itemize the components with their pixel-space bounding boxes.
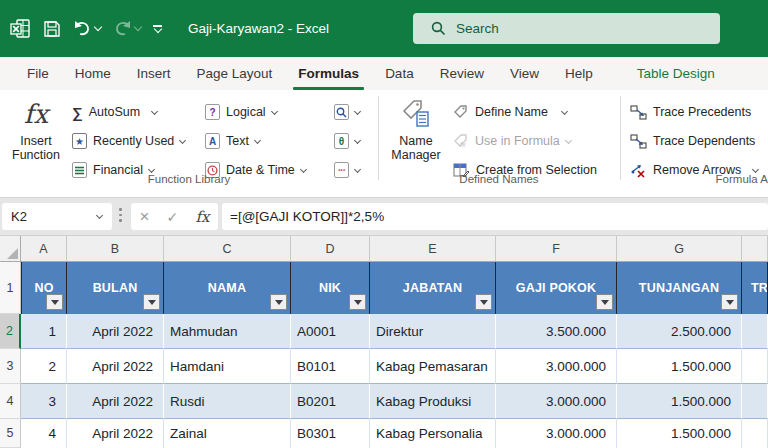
math-trig-icon: θ [334, 133, 349, 149]
cell-e2[interactable]: Direktur [370, 314, 496, 349]
math-trig-button[interactable]: θ [334, 128, 360, 154]
filter-button[interactable] [475, 294, 492, 310]
cell-f5[interactable]: 3.000.000 [496, 419, 617, 448]
tab-table-design[interactable]: Table Design [624, 57, 728, 90]
column-header-a[interactable]: A [21, 236, 67, 262]
autosum-button[interactable]: ∑ AutoSum [72, 99, 157, 125]
column-header-f[interactable]: F [496, 236, 617, 262]
name-box[interactable]: K2 [2, 203, 112, 230]
tag-icon [453, 104, 469, 120]
column-header-d[interactable]: D [291, 236, 370, 262]
cell-h5[interactable] [742, 419, 768, 448]
column-header-b[interactable]: B [67, 236, 164, 262]
lookup-reference-button[interactable] [334, 99, 360, 125]
cell-g2[interactable]: 2.500.000 [617, 314, 742, 349]
chevron-down-icon [354, 136, 361, 143]
cell-c3[interactable]: Hamdani [164, 349, 291, 384]
undo-dropdown-icon[interactable] [94, 23, 102, 31]
redo-button [113, 20, 141, 37]
undo-button[interactable] [73, 20, 101, 37]
search-input[interactable]: Search [413, 13, 720, 44]
cell-g3[interactable]: 1.500.000 [617, 349, 742, 384]
cell-c5[interactable]: Zainal [164, 419, 291, 448]
cell-b4[interactable]: April 2022 [67, 384, 164, 419]
tab-page-layout[interactable]: Page Layout [184, 57, 286, 90]
cell-a4[interactable]: 3 [21, 384, 67, 419]
table-header-gaji-pokok[interactable]: GAJI POKOK [496, 262, 617, 314]
cell-a2[interactable]: 1 [21, 314, 67, 349]
table-header-clipped[interactable]: TR [742, 262, 768, 314]
column-header-g[interactable]: G [617, 236, 742, 262]
cell-c2[interactable]: Mahmudan [164, 314, 291, 349]
table-header-bulan[interactable]: BULAN [67, 262, 164, 314]
table-header-no[interactable]: NO [21, 262, 67, 314]
tab-formulas[interactable]: Formulas [285, 57, 372, 90]
table-header-jabatan[interactable]: JABATAN [370, 262, 496, 314]
tab-help[interactable]: Help [552, 57, 606, 90]
insert-function-icon[interactable]: fx [195, 208, 209, 226]
cell-d2[interactable]: A0001 [291, 314, 370, 349]
filter-button[interactable] [270, 294, 287, 310]
select-all-corner[interactable] [0, 236, 21, 262]
tab-view[interactable]: View [497, 57, 552, 90]
cell-d5[interactable]: B0301 [291, 419, 370, 448]
tab-data[interactable]: Data [372, 57, 427, 90]
cell-f2[interactable]: 3.500.000 [496, 314, 617, 349]
recently-used-button[interactable]: ★ Recently Used [72, 128, 185, 154]
cell-h2[interactable] [742, 314, 768, 349]
cell-g4[interactable]: 1.500.000 [617, 384, 742, 419]
fx-icon: fx [24, 94, 48, 134]
formula-input[interactable]: =[@[GAJI KOTOR]]*2,5% [222, 203, 768, 230]
cell-e5[interactable]: Kabag Personalia [370, 419, 496, 448]
filter-button[interactable] [349, 294, 366, 310]
trace-dependents-button[interactable]: Trace Dependents [630, 128, 755, 154]
cell-c4[interactable]: Rusdi [164, 384, 291, 419]
logical-button[interactable]: ? Logical [205, 99, 277, 125]
chevron-down-icon [151, 107, 158, 114]
tab-review[interactable]: Review [427, 57, 497, 90]
chevron-down-icon [565, 136, 572, 143]
row-header-3[interactable]: 3 [0, 349, 21, 384]
row-header-5[interactable]: 5 [0, 419, 21, 448]
cell-a5[interactable]: 4 [21, 419, 67, 448]
tab-home[interactable]: Home [62, 57, 124, 90]
name-box-dropdown-icon[interactable] [96, 212, 103, 219]
row-header-4[interactable]: 4 [0, 384, 21, 419]
cell-d3[interactable]: B0101 [291, 349, 370, 384]
table-header-nama[interactable]: NAMA [164, 262, 291, 314]
trace-precedents-button[interactable]: Trace Precedents [630, 99, 751, 125]
save-icon[interactable] [43, 20, 61, 38]
cell-h4[interactable] [742, 384, 768, 419]
column-header-h[interactable] [742, 236, 768, 262]
cell-b3[interactable]: April 2022 [67, 349, 164, 384]
cell-b2[interactable]: April 2022 [67, 314, 164, 349]
filter-button[interactable] [143, 294, 160, 310]
tab-file[interactable]: File [14, 57, 62, 90]
row-header-2[interactable]: 2 [0, 314, 21, 349]
define-name-button[interactable]: Define Name [453, 99, 567, 125]
cell-d4[interactable]: B0201 [291, 384, 370, 419]
row-header-1[interactable]: 1 [0, 262, 21, 314]
column-header-c[interactable]: C [164, 236, 291, 262]
tab-insert[interactable]: Insert [124, 57, 184, 90]
cell-a3[interactable]: 2 [21, 349, 67, 384]
cell-f3[interactable]: 3.000.000 [496, 349, 617, 384]
enter-icon[interactable]: ✓ [167, 209, 179, 225]
table-header-tunjangan[interactable]: TUNJANGAN [617, 262, 742, 314]
filter-button[interactable] [596, 294, 613, 310]
cell-g5[interactable]: 1.500.000 [617, 419, 742, 448]
filter-button[interactable] [46, 294, 63, 310]
table-header-nik[interactable]: NIK [291, 262, 370, 314]
cell-b5[interactable]: April 2022 [67, 419, 164, 448]
cell-f4[interactable]: 3.000.000 [496, 384, 617, 419]
cell-e3[interactable]: Kabag Pemasaran [370, 349, 496, 384]
formula-bar-resize-handle[interactable] [119, 208, 122, 222]
trace-precedents-icon [630, 105, 647, 120]
column-header-e[interactable]: E [370, 236, 496, 262]
cancel-icon[interactable]: × [140, 208, 150, 225]
cell-e4[interactable]: Kabag Produksi [370, 384, 496, 419]
filter-button[interactable] [721, 294, 738, 310]
cell-h3[interactable] [742, 349, 768, 384]
customize-quick-access-toolbar-icon[interactable] [153, 25, 162, 32]
text-button[interactable]: A Text [205, 128, 260, 154]
